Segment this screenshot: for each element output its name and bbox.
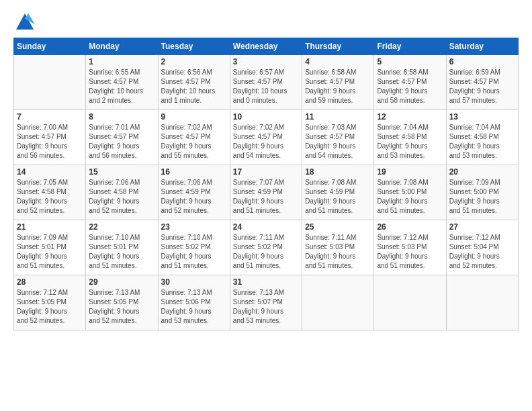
day-number: 8 [89,112,154,122]
day-number: 6 [449,57,515,66]
week-row-2: 7Sunrise: 7:00 AMSunset: 4:57 PMDaylight… [14,110,519,165]
col-thursday: Thursday [302,38,374,55]
calendar-cell: 4Sunrise: 6:58 AMSunset: 4:57 PMDaylight… [302,55,374,110]
col-wednesday: Wednesday [230,38,302,55]
cell-content: Sunrise: 7:02 AMSunset: 4:57 PMDaylight:… [233,123,299,161]
calendar-cell: 8Sunrise: 7:01 AMSunset: 4:57 PMDaylight… [86,110,158,165]
calendar-cell: 29Sunrise: 7:13 AMSunset: 5:05 PMDayligh… [86,275,158,330]
cell-content: Sunrise: 7:08 AMSunset: 5:00 PMDaylight:… [377,178,443,216]
col-saturday: Saturday [446,38,518,55]
day-number: 26 [377,222,443,232]
week-row-4: 21Sunrise: 7:09 AMSunset: 5:01 PMDayligh… [14,220,519,275]
calendar-cell: 11Sunrise: 7:03 AMSunset: 4:57 PMDayligh… [302,110,374,165]
calendar-cell [374,275,446,330]
cell-content: Sunrise: 7:07 AMSunset: 4:59 PMDaylight:… [233,178,299,216]
calendar-cell: 21Sunrise: 7:09 AMSunset: 5:01 PMDayligh… [14,220,86,275]
logo [13,12,35,31]
cell-content: Sunrise: 7:12 AMSunset: 5:05 PMDaylight:… [17,288,83,326]
day-number: 28 [17,277,83,287]
day-number: 12 [377,112,443,122]
col-tuesday: Tuesday [158,38,230,55]
day-number: 16 [161,167,227,177]
day-number: 3 [233,57,299,66]
calendar-cell: 14Sunrise: 7:05 AMSunset: 4:58 PMDayligh… [14,165,86,220]
calendar-cell: 30Sunrise: 7:13 AMSunset: 5:06 PMDayligh… [158,275,230,330]
calendar-cell: 18Sunrise: 7:08 AMSunset: 4:59 PMDayligh… [302,165,374,220]
header-row: Sunday Monday Tuesday Wednesday Thursday… [14,38,519,55]
day-number: 9 [161,112,227,122]
calendar-cell [14,55,86,110]
cell-content: Sunrise: 7:05 AMSunset: 4:58 PMDaylight:… [17,178,83,216]
day-number: 20 [449,167,515,177]
calendar-cell: 31Sunrise: 7:13 AMSunset: 5:07 PMDayligh… [230,275,302,330]
day-number: 24 [233,222,299,232]
calendar-cell: 3Sunrise: 6:57 AMSunset: 4:57 PMDaylight… [230,55,302,110]
calendar-table: Sunday Monday Tuesday Wednesday Thursday… [13,38,519,330]
calendar-cell: 20Sunrise: 7:09 AMSunset: 5:00 PMDayligh… [446,165,518,220]
calendar-cell: 25Sunrise: 7:11 AMSunset: 5:03 PMDayligh… [302,220,374,275]
cell-content: Sunrise: 6:58 AMSunset: 4:57 PMDaylight:… [305,68,371,105]
calendar-cell: 6Sunrise: 6:59 AMSunset: 4:57 PMDaylight… [446,55,518,110]
calendar-cell: 12Sunrise: 7:04 AMSunset: 4:58 PMDayligh… [374,110,446,165]
day-number: 17 [233,167,299,177]
calendar-cell: 22Sunrise: 7:10 AMSunset: 5:01 PMDayligh… [86,220,158,275]
day-number: 5 [377,57,443,66]
calendar-cell: 5Sunrise: 6:58 AMSunset: 4:57 PMDaylight… [374,55,446,110]
day-number: 4 [305,57,371,66]
day-number: 31 [233,277,299,287]
day-number: 25 [305,222,371,232]
day-number: 21 [17,222,83,232]
day-number: 30 [161,277,227,287]
cell-content: Sunrise: 7:09 AMSunset: 5:01 PMDaylight:… [17,233,83,271]
cell-content: Sunrise: 6:58 AMSunset: 4:57 PMDaylight:… [377,68,443,105]
calendar-cell: 28Sunrise: 7:12 AMSunset: 5:05 PMDayligh… [14,275,86,330]
cell-content: Sunrise: 7:10 AMSunset: 5:02 PMDaylight:… [161,233,227,271]
cell-content: Sunrise: 7:03 AMSunset: 4:57 PMDaylight:… [305,123,371,161]
day-number: 13 [449,112,515,122]
week-row-1: 1Sunrise: 6:55 AMSunset: 4:57 PMDaylight… [14,55,519,110]
day-number: 23 [161,222,227,232]
cell-content: Sunrise: 7:00 AMSunset: 4:57 PMDaylight:… [17,123,83,161]
day-number: 10 [233,112,299,122]
col-sunday: Sunday [14,38,86,55]
cell-content: Sunrise: 7:04 AMSunset: 4:58 PMDaylight:… [377,123,443,161]
cell-content: Sunrise: 7:12 AMSunset: 5:03 PMDaylight:… [377,233,443,271]
week-row-3: 14Sunrise: 7:05 AMSunset: 4:58 PMDayligh… [14,165,519,220]
logo-icon [15,12,35,31]
cell-content: Sunrise: 7:08 AMSunset: 4:59 PMDaylight:… [305,178,371,216]
calendar-cell: 13Sunrise: 7:04 AMSunset: 4:58 PMDayligh… [446,110,518,165]
cell-content: Sunrise: 7:06 AMSunset: 4:59 PMDaylight:… [161,178,227,216]
day-number: 19 [377,167,443,177]
cell-content: Sunrise: 7:11 AMSunset: 5:03 PMDaylight:… [305,233,371,271]
day-number: 27 [449,222,515,232]
cell-content: Sunrise: 7:02 AMSunset: 4:57 PMDaylight:… [161,123,227,161]
day-number: 2 [161,57,227,66]
day-number: 15 [89,167,154,177]
calendar-cell: 10Sunrise: 7:02 AMSunset: 4:57 PMDayligh… [230,110,302,165]
calendar-cell [446,275,518,330]
calendar-cell: 23Sunrise: 7:10 AMSunset: 5:02 PMDayligh… [158,220,230,275]
calendar-cell: 1Sunrise: 6:55 AMSunset: 4:57 PMDaylight… [86,55,158,110]
day-number: 29 [89,277,154,287]
calendar-cell: 24Sunrise: 7:11 AMSunset: 5:02 PMDayligh… [230,220,302,275]
cell-content: Sunrise: 7:13 AMSunset: 5:06 PMDaylight:… [161,288,227,326]
calendar-cell: 27Sunrise: 7:12 AMSunset: 5:04 PMDayligh… [446,220,518,275]
cell-content: Sunrise: 7:01 AMSunset: 4:57 PMDaylight:… [89,123,154,161]
cell-content: Sunrise: 7:11 AMSunset: 5:02 PMDaylight:… [233,233,299,271]
cell-content: Sunrise: 7:06 AMSunset: 4:58 PMDaylight:… [89,178,154,216]
day-number: 18 [305,167,371,177]
cell-content: Sunrise: 6:56 AMSunset: 4:57 PMDaylight:… [161,68,227,105]
cell-content: Sunrise: 6:59 AMSunset: 4:57 PMDaylight:… [449,68,515,105]
day-number: 11 [305,112,371,122]
cell-content: Sunrise: 6:57 AMSunset: 4:57 PMDaylight:… [233,68,299,105]
calendar-cell: 17Sunrise: 7:07 AMSunset: 4:59 PMDayligh… [230,165,302,220]
calendar-cell: 2Sunrise: 6:56 AMSunset: 4:57 PMDaylight… [158,55,230,110]
header [13,12,519,31]
page: Sunday Monday Tuesday Wednesday Thursday… [0,0,532,411]
day-number: 14 [17,167,83,177]
calendar-cell: 15Sunrise: 7:06 AMSunset: 4:58 PMDayligh… [86,165,158,220]
day-number: 1 [89,57,154,66]
cell-content: Sunrise: 7:12 AMSunset: 5:04 PMDaylight:… [449,233,515,271]
col-monday: Monday [86,38,158,55]
calendar-cell: 19Sunrise: 7:08 AMSunset: 5:00 PMDayligh… [374,165,446,220]
